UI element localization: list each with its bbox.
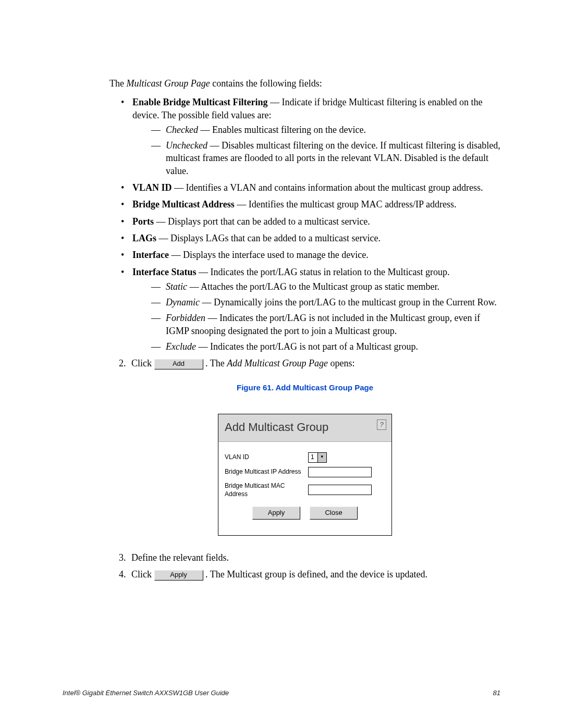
add-button[interactable]: Add	[154, 359, 203, 369]
value-unchecked: Unchecked — Disables multicast filtering…	[151, 139, 500, 177]
value-desc: — Disables multicast filtering on the de…	[166, 140, 500, 176]
ip-address-input[interactable]	[308, 467, 372, 477]
help-icon[interactable]: ?	[377, 419, 386, 430]
close-button[interactable]: Close	[310, 507, 358, 520]
text: The	[109, 78, 126, 89]
field-interface-status: Interface Status — Indicates the port/LA…	[124, 266, 500, 353]
text: Click	[131, 569, 154, 579]
apply-button[interactable]: Apply	[252, 507, 300, 520]
text: . The	[205, 358, 227, 368]
value-desc: — Dynamically joins the port/LAG to the …	[200, 297, 497, 307]
field-enable-filtering: Enable Bridge Multicast Filtering — Indi…	[124, 96, 500, 177]
status-forbidden: Forbidden — Indicates the port/LAG is no…	[151, 312, 500, 337]
row-mac-address: Bridge Multicast MAC Address	[225, 482, 385, 498]
field-ports: Ports — Displays port that can be added …	[124, 215, 500, 228]
vlan-id-value: 1	[309, 453, 317, 462]
label-mac-address: Bridge Multicast MAC Address	[225, 482, 308, 498]
values-list: Checked — Enables multicast filtering on…	[132, 124, 500, 177]
text: contains the following fields:	[210, 78, 322, 89]
document-page: The Multicast Group Page contains the fo…	[0, 0, 563, 581]
status-static: Static — Attaches the port/LAG to the Mu…	[151, 280, 500, 293]
value-name: Dynamic	[166, 297, 200, 307]
label-ip-address: Bridge Multicast IP Address	[225, 467, 308, 476]
value-desc: — Indicates the port/LAG is not part of …	[196, 341, 418, 352]
field-name: Ports	[132, 216, 154, 227]
value-desc: — Attaches the port/LAG to the Multicast…	[187, 281, 439, 292]
field-desc: — Displays the interface used to manage …	[169, 250, 369, 260]
text: Define the relevant fields.	[131, 552, 229, 563]
value-name: Static	[166, 281, 187, 292]
step-number: 4.	[119, 568, 126, 581]
field-desc: — Indicates the port/LAG status in relat…	[196, 267, 449, 277]
step-number: 3.	[119, 551, 126, 564]
page-number: 81	[493, 688, 500, 698]
field-name: Enable Bridge Multicast Filtering	[132, 97, 267, 107]
field-desc: — Displays port that can be added to a m…	[154, 216, 370, 227]
dialog-title: Add Multicast Group	[225, 419, 328, 435]
steps-list-continued: 3. Define the relevant fields. 4. Click …	[109, 551, 500, 581]
value-name: Unchecked	[166, 140, 207, 151]
field-name: Interface	[132, 250, 169, 260]
footer-title: Intel® Gigabit Ethernet Switch AXXSW1GB …	[63, 688, 229, 698]
add-multicast-group-dialog: Add Multicast Group ? VLAN ID 1 ▼ Bridge…	[218, 414, 392, 536]
status-values-list: Static — Attaches the port/LAG to the Mu…	[132, 280, 500, 353]
dialog-buttons: Apply Close	[225, 502, 385, 530]
value-name: Exclude	[166, 341, 196, 352]
row-vlan-id: VLAN ID 1 ▼	[225, 452, 385, 463]
intro-paragraph: The Multicast Group Page contains the fo…	[109, 77, 500, 90]
value-name: Checked	[166, 125, 198, 135]
field-name: LAGs	[132, 233, 156, 243]
value-desc: — Enables multicast filtering on the dev…	[198, 125, 366, 135]
label-vlan-id: VLAN ID	[225, 453, 308, 461]
field-name: VLAN ID	[132, 182, 172, 193]
value-desc: — Indicates the port/LAG is not included…	[166, 313, 480, 336]
dialog-titlebar: Add Multicast Group ?	[218, 414, 391, 442]
field-desc: — Displays LAGs that can be added to a m…	[156, 233, 381, 243]
text: . The Multicast group is defined, and th…	[205, 569, 427, 579]
vlan-id-select[interactable]: 1 ▼	[308, 452, 327, 463]
text: opens:	[328, 358, 355, 368]
field-desc: — Identifies the multicast group MAC add…	[235, 199, 457, 209]
field-name: Interface Status	[132, 267, 196, 277]
chevron-down-icon: ▼	[317, 453, 326, 462]
page-footer: Intel® Gigabit Ethernet Switch AXXSW1GB …	[63, 688, 500, 698]
field-bridge-mac: Bridge Multicast Address — Identifies th…	[124, 198, 500, 211]
value-checked: Checked — Enables multicast filtering on…	[151, 124, 500, 136]
page-name: Multicast Group Page	[126, 78, 210, 89]
field-interface: Interface — Displays the interface used …	[124, 249, 500, 261]
figure-caption: Figure 61. Add Multicast Group Page	[109, 382, 500, 393]
status-dynamic: Dynamic — Dynamically joins the port/LAG…	[151, 296, 500, 309]
field-desc: — Identifies a VLAN and contains informa…	[172, 182, 483, 193]
apply-button-inline[interactable]: Apply	[154, 570, 203, 581]
mac-address-input[interactable]	[308, 485, 372, 495]
dialog-body: VLAN ID 1 ▼ Bridge Multicast IP Address …	[218, 442, 391, 535]
step-4: 4. Click Apply . The Multicast group is …	[120, 568, 500, 581]
step-3: 3. Define the relevant fields.	[120, 551, 500, 564]
field-lags: LAGs — Displays LAGs that can be added t…	[124, 232, 500, 244]
field-name: Bridge Multicast Address	[132, 199, 235, 209]
page-name: Add Multicast Group Page	[227, 358, 328, 368]
fields-list: Enable Bridge Multicast Filtering — Indi…	[109, 96, 500, 353]
steps-list: 2. Click Add . The Add Multicast Group P…	[109, 357, 500, 369]
text: Click	[131, 358, 154, 368]
step-number: 2.	[119, 357, 126, 369]
step-2: 2. Click Add . The Add Multicast Group P…	[120, 357, 500, 369]
field-vlan-id: VLAN ID — Identifies a VLAN and contains…	[124, 181, 500, 194]
value-name: Forbidden	[166, 313, 205, 323]
row-ip-address: Bridge Multicast IP Address	[225, 467, 385, 477]
status-exclude: Exclude — Indicates the port/LAG is not …	[151, 340, 500, 353]
